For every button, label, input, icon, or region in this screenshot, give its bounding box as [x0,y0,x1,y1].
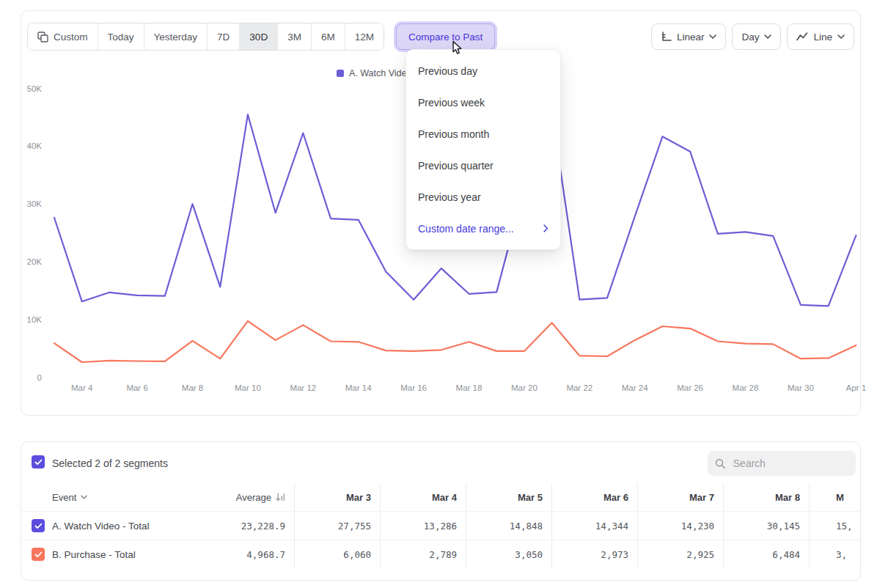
cell-value: 14,230 [637,512,723,540]
event-column-header[interactable]: Event [51,483,212,511]
header-checkbox-spacer [21,483,51,511]
check-icon [34,459,43,466]
interval-label: Day [741,32,759,43]
date-column-header[interactable]: Mar 3 [294,483,380,511]
search-icon [715,457,726,470]
preset-today[interactable]: Today [98,23,144,50]
x-axis-label: Mar 16 [400,383,427,392]
chevron-down-icon [764,34,771,39]
legend-swatch [337,70,344,77]
chart-type-select[interactable]: Line [787,23,854,50]
x-axis-label: Mar 12 [290,383,316,392]
cell-value: 13,286 [380,512,466,540]
event-header-label: Event [52,492,76,503]
preset-30d[interactable]: 30D [239,23,277,50]
y-axis-label: 50K [21,84,42,93]
date-column-header[interactable]: Mar 7 [637,483,723,511]
x-axis-label: Mar 14 [345,383,372,392]
cell-value: 27,755 [294,512,380,540]
line-chart-icon [796,32,808,41]
clipped-cell-value: 3, [809,540,861,568]
y-axis-label: 20K [21,257,42,266]
date-column-header[interactable]: Mar 6 [551,483,637,511]
average-value: 23,228.9 [212,512,294,540]
x-axis-label: Mar 4 [71,383,92,392]
custom-range-button[interactable]: Custom [28,23,98,50]
segments-table: EventAverageMar 3Mar 4Mar 5Mar 6Mar 7Mar… [21,483,860,568]
table-header-row: EventAverageMar 3Mar 4Mar 5Mar 6Mar 7Mar… [21,483,860,512]
preset-3m[interactable]: 3M [277,23,311,50]
table-row: B. Purchase - Total4,968.76,0602,7893,05… [21,540,860,568]
compare-to-past-button[interactable]: Compare to Past [396,23,495,50]
linear-scale-icon [661,32,672,42]
chevron-right-icon [543,224,549,232]
average-value: 4,968.7 [212,540,294,568]
segments-header: Selected 2 of 2 segments [21,442,860,483]
cell-value: 2,925 [637,540,723,568]
average-header-label: Average [236,492,271,503]
row-checkbox-cell [21,512,51,540]
chevron-down-icon [709,34,716,39]
check-icon [34,551,43,558]
sort-icon [276,493,285,501]
x-axis-label: Mar 28 [733,383,759,392]
x-axis-label: Mar 6 [126,383,147,392]
preset-12m[interactable]: 12M [345,23,384,50]
compare-menu-item-custom-range[interactable]: Custom date range... [406,213,560,244]
series-line-b[interactable] [54,321,856,362]
chart-card: Custom TodayYesterday7D30D3M6M12M Compar… [21,10,861,416]
table-row: A. Watch Video - Total23,228.927,75513,2… [21,512,860,540]
preset-6m[interactable]: 6M [311,23,345,50]
compare-menu-item[interactable]: Previous quarter [406,150,560,181]
segments-summary: Selected 2 of 2 segments [52,457,168,469]
row-checkbox[interactable] [32,548,45,561]
clipped-column-header: M [809,483,861,511]
preset-yesterday[interactable]: Yesterday [144,23,208,50]
date-column-header[interactable]: Mar 5 [466,483,551,511]
x-axis-label: Mar 26 [677,383,703,392]
cell-value: 2,789 [380,540,466,568]
average-column-header[interactable]: Average [212,483,294,511]
event-name: A. Watch Video - Total [51,512,212,540]
chart-controls: Linear Day Line [651,23,854,50]
search-box [708,451,856,476]
x-axis-label: Mar 20 [511,383,538,392]
custom-range-label: Custom [54,32,88,43]
cell-value: 14,344 [551,512,637,540]
x-axis-label: Mar 8 [182,383,203,392]
compare-menu-item[interactable]: Previous month [406,118,560,150]
date-column-header[interactable]: Mar 4 [380,483,466,511]
row-checkbox-cell [21,540,51,568]
check-icon [34,523,43,529]
compare-menu-item[interactable]: Previous week [406,87,560,118]
y-axis-label: 40K [21,142,42,150]
interval-select[interactable]: Day [732,23,781,50]
cell-value: 6,060 [294,540,380,568]
cell-value: 6,484 [723,540,809,568]
scale-label: Linear [677,32,705,43]
row-checkbox[interactable] [32,519,45,532]
clipped-cell-value: 15, [809,512,861,540]
chevron-down-icon [81,495,87,499]
x-axis-label: Mar 24 [622,383,648,392]
y-axis-label: 0 [21,373,42,382]
segments-card: Selected 2 of 2 segments EventAverageMar… [21,441,861,581]
cell-value: 3,050 [466,540,551,568]
select-all-checkbox[interactable] [32,455,45,468]
custom-range-icon [37,32,48,43]
cell-value: 30,145 [723,512,809,540]
cell-value: 2,973 [551,540,637,568]
scale-select[interactable]: Linear [651,23,727,50]
date-column-header[interactable]: Mar 8 [723,483,809,511]
x-axis-label: Mar 30 [788,383,814,392]
x-axis-label: Mar 18 [456,383,483,392]
compare-to-past-menu: Previous dayPrevious weekPrevious monthP… [406,49,561,250]
x-axis-label: Apr 1 [846,383,867,392]
x-axis-label: Mar 10 [235,383,261,392]
preset-7d[interactable]: 7D [207,23,239,50]
compare-menu-item[interactable]: Previous day [406,55,560,87]
search-input[interactable] [732,457,848,470]
event-name: B. Purchase - Total [51,540,212,568]
analytics-dashboard: { "toolbar": { "custom_label": "Custom",… [0,0,880,588]
compare-menu-item[interactable]: Previous year [406,181,560,213]
